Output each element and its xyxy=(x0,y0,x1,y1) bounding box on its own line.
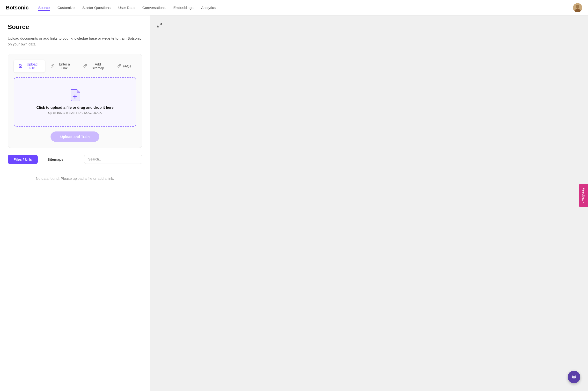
tab-faqs[interactable]: FAQs xyxy=(113,60,136,73)
nav-item-analytics[interactable]: Analytics xyxy=(201,4,216,11)
sitemap-icon xyxy=(83,64,87,68)
file-drop-zone[interactable]: Click to upload a file or drag and drop … xyxy=(14,77,136,127)
main-layout: Source Upload documents or add links to … xyxy=(0,15,588,391)
app-logo: Botsonic xyxy=(6,4,28,11)
nav-menu: Source Customize Starter Questions User … xyxy=(38,4,573,11)
tab-add-sitemap[interactable]: Add Sitemap xyxy=(79,60,112,73)
page-title: Source xyxy=(8,23,142,31)
expand-icon[interactable] xyxy=(156,21,163,29)
nav-item-embeddings[interactable]: Embeddings xyxy=(173,4,193,11)
nav-item-customize[interactable]: Customize xyxy=(58,4,75,11)
search-input[interactable] xyxy=(84,155,142,164)
svg-line-11 xyxy=(158,26,159,27)
nav-item-source[interactable]: Source xyxy=(38,4,50,11)
card-tabs: Upload File Enter a Link xyxy=(14,60,136,73)
chatbot-button[interactable] xyxy=(568,371,580,383)
tab-enter-link-label: Enter a Link xyxy=(56,62,73,70)
tab-upload-file-label: Upload File xyxy=(24,62,40,70)
left-panel: Source Upload documents or add links to … xyxy=(0,15,150,391)
nav-item-starter-questions[interactable]: Starter Questions xyxy=(82,4,111,11)
faq-icon xyxy=(118,64,121,68)
feedback-tab[interactable]: Feedback xyxy=(579,184,588,207)
link-icon xyxy=(51,64,54,68)
svg-line-10 xyxy=(160,23,161,25)
svg-point-18 xyxy=(574,375,574,375)
tab-upload-file[interactable]: Upload File xyxy=(14,60,45,73)
upload-file-icon xyxy=(19,64,22,69)
tab-add-sitemap-label: Add Sitemap xyxy=(89,62,107,70)
upload-card: Upload File Enter a Link xyxy=(8,54,142,148)
tab-faqs-label: FAQs xyxy=(123,64,131,68)
page-description: Upload documents or add links to your kn… xyxy=(8,35,142,47)
tab-files-urls[interactable]: Files / Urls xyxy=(8,155,38,164)
tab-enter-link[interactable]: Enter a Link xyxy=(46,60,78,73)
files-tabs: Files / Urls Sitemaps xyxy=(8,155,142,164)
upload-train-button[interactable]: Upload and Train xyxy=(51,131,99,142)
drop-zone-subtitle: Up to 10MB in size. PDF, DOC, DOCX xyxy=(48,111,102,114)
nav-item-conversations[interactable]: Conversations xyxy=(142,4,166,11)
navbar: Botsonic Source Customize Starter Questi… xyxy=(0,0,588,15)
svg-point-1 xyxy=(576,5,579,9)
svg-point-15 xyxy=(574,377,575,378)
user-avatar[interactable] xyxy=(573,3,582,12)
no-data-message: No data found. Please upload a file or a… xyxy=(8,169,142,188)
nav-item-user-data[interactable]: User Data xyxy=(118,4,135,11)
svg-rect-16 xyxy=(573,378,575,378)
file-upload-icon xyxy=(70,90,80,102)
tab-sitemaps[interactable]: Sitemaps xyxy=(42,155,69,164)
right-panel xyxy=(150,15,588,391)
drop-zone-title: Click to upload a file or drag and drop … xyxy=(36,105,114,109)
files-section: Files / Urls Sitemaps No data found. Ple… xyxy=(8,155,142,188)
svg-point-14 xyxy=(573,377,574,378)
